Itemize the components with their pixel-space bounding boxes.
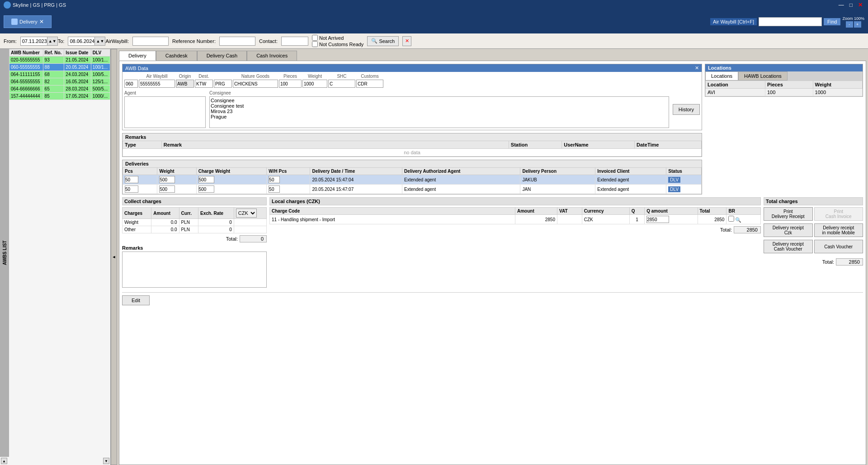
- delivery-weight-input[interactable]: [159, 185, 175, 193]
- delivery-charge-input[interactable]: [198, 176, 214, 183]
- collect-total-label: Total:: [226, 236, 238, 242]
- local-total-value: 2850: [734, 226, 761, 233]
- awb-number-input[interactable]: [139, 80, 175, 88]
- br-checkbox[interactable]: [728, 216, 734, 222]
- q-amount-input[interactable]: [646, 216, 669, 223]
- awb-type-input[interactable]: [176, 80, 194, 88]
- awb-weight-input[interactable]: [302, 80, 327, 88]
- header-weight: Weight: [302, 74, 327, 79]
- delivery-tab-label: Delivery: [19, 19, 38, 24]
- collect-remarks-input[interactable]: [122, 251, 267, 288]
- print-cash-invoice-button[interactable]: PrintCash Invoice: [814, 207, 863, 221]
- from-date-field[interactable]: 07.11.2023 ▲▼: [20, 37, 54, 46]
- airwaybill-label-toolbar: AirWaybill:: [105, 38, 129, 44]
- lc-col-total: Total: [698, 208, 726, 215]
- lc-col-amount: Amount: [515, 208, 557, 215]
- edit-button[interactable]: Edit: [122, 295, 150, 305]
- delivery-pcs-input[interactable]: [125, 185, 138, 193]
- del-col-agent: Delivery Authorized Agent: [402, 168, 520, 175]
- loc-col-weight: Weight: [813, 81, 862, 89]
- awb-list-item[interactable]: 020-555555559321.05.2024100/1...: [9, 57, 110, 64]
- del-col-status: Status: [666, 168, 702, 175]
- currency-dropdown[interactable]: CZK PLN EUR: [236, 209, 257, 218]
- title-bar-left: Skyline | GS | PRG | GS: [4, 1, 66, 9]
- delivery-pcs-input[interactable]: [125, 176, 138, 183]
- contact-input[interactable]: [281, 37, 308, 46]
- awb-pieces-input[interactable]: [279, 80, 302, 88]
- minimize-button[interactable]: —: [837, 2, 846, 8]
- loc-tab-hawb[interactable]: HAWB Locations: [738, 71, 788, 81]
- loc-tab-locations[interactable]: Locations: [705, 71, 738, 81]
- awb-origin-input[interactable]: [195, 80, 213, 88]
- agent-area: Agent: [124, 90, 206, 128]
- agent-field: [124, 96, 206, 128]
- locations-header: Locations: [705, 64, 863, 71]
- left-col: AWB Data ✕ Air Waybill Origin Dest.: [122, 64, 702, 195]
- awb-prefix-input[interactable]: [124, 80, 138, 88]
- local-total-row: Total: 2850: [269, 226, 761, 233]
- app-logo: [4, 1, 11, 9]
- tab-cash-invoices[interactable]: Cash Invoices: [247, 51, 297, 61]
- delivery-charge-input[interactable]: [198, 185, 214, 193]
- zoom-in-button[interactable]: +: [854, 21, 861, 28]
- header-air-waybill: Air Waybill: [139, 74, 175, 79]
- from-date-spinner[interactable]: ▲▼: [47, 37, 58, 46]
- find-button[interactable]: Find: [824, 18, 840, 25]
- delivery-tab-top[interactable]: Delivery ✕: [4, 15, 52, 28]
- awb-list-item[interactable]: 157-444444448517.05.20241000/...: [9, 93, 110, 100]
- remarks-col-remark: Remark: [161, 141, 509, 149]
- awb-shc-input[interactable]: [328, 80, 355, 88]
- lc-col-qamount: Q amount: [645, 208, 698, 215]
- awb-col-header-date: Issue Date: [64, 49, 91, 57]
- awb-list-item[interactable]: 060-555555558820.05.2024100/1...: [9, 64, 110, 71]
- scroll-down-btn[interactable]: ▼: [103, 458, 109, 464]
- awb-customs-input[interactable]: [356, 80, 383, 88]
- history-btn-area: History: [673, 90, 700, 128]
- not-arrived-checkbox[interactable]: [312, 35, 318, 41]
- header-nature: Nature Goods: [233, 74, 278, 79]
- awb-list-item[interactable]: 064-666666666528.03.2024500/5...: [9, 85, 110, 93]
- cash-voucher-button[interactable]: Cash Voucher: [814, 240, 863, 253]
- from-label: From:: [4, 38, 17, 44]
- airwaybill-search-input[interactable]: [759, 17, 822, 26]
- maximize-button[interactable]: □: [848, 2, 854, 8]
- delivery-row[interactable]: 20.05.2024 15:47:04 Extended agent JAKUB…: [123, 175, 702, 185]
- to-date-field[interactable]: 08.06.2024 ▲▼: [68, 37, 102, 46]
- awb-dest-input[interactable]: [214, 80, 232, 88]
- clear-button[interactable]: ✕: [402, 36, 411, 46]
- close-button[interactable]: ✕: [856, 2, 864, 8]
- awb-list-item[interactable]: 064-555555558216.05.2024125/1...: [9, 78, 110, 85]
- lc-col-br: BR: [726, 208, 761, 215]
- history-button[interactable]: History: [673, 104, 700, 115]
- local-charges-table: Charge Code Amount VAT Currency Q Q amou…: [269, 207, 761, 224]
- airwaybill-filter-input[interactable]: [132, 37, 169, 46]
- delivery-receipt-czk-button[interactable]: Delivery receiptCzk: [764, 223, 813, 237]
- awb-goods-input[interactable]: [233, 80, 278, 88]
- tab-delivery-cash[interactable]: Delivery Cash: [197, 51, 247, 61]
- search-button[interactable]: 🔍 Search: [367, 36, 399, 46]
- tab-delivery[interactable]: Delivery: [119, 51, 156, 61]
- tab-cashdesk[interactable]: Cashdesk: [156, 51, 197, 61]
- delivery-row[interactable]: 20.05.2024 15:47:07 Extended agent JAN E…: [123, 185, 702, 194]
- delivery-receipt-cash-button[interactable]: Delivery receiptCash Voucher: [764, 240, 813, 253]
- zoom-out-button[interactable]: -: [846, 21, 853, 28]
- collapse-left-btn[interactable]: ◄: [111, 49, 117, 465]
- remarks-no-data: no data: [123, 149, 702, 157]
- awb-data-close[interactable]: ✕: [695, 65, 699, 71]
- scroll-up-btn[interactable]: ▲: [1, 458, 7, 464]
- zoom-label: Zoom 100%: [842, 16, 864, 21]
- consignee-area: Consignee ConsigneeConsignee testMirova …: [209, 90, 669, 128]
- to-date-spinner[interactable]: ▲▼: [94, 37, 105, 46]
- not-customs-checkbox[interactable]: [312, 41, 318, 47]
- delivery-receipt-mobile-button[interactable]: Delivery receiptin mobile Mobile: [814, 223, 863, 237]
- awb-list-item[interactable]: 064-111111556824.03.2024100/5...: [9, 71, 110, 78]
- awb-col-header-dlv: DLV: [91, 49, 110, 57]
- delivery-weight-input[interactable]: [159, 176, 175, 183]
- delivery-wh-input[interactable]: [269, 185, 280, 193]
- delivery-wh-input[interactable]: [269, 176, 280, 183]
- ref-number-input[interactable]: [219, 37, 255, 46]
- print-delivery-receipt-button[interactable]: PrintDelivery Receipt: [764, 207, 813, 221]
- delivery-tab-close[interactable]: ✕: [39, 19, 44, 25]
- remarks-table: Type Remark Station UserName DateTime no…: [123, 141, 702, 157]
- del-col-person: Delivery Person: [520, 168, 595, 175]
